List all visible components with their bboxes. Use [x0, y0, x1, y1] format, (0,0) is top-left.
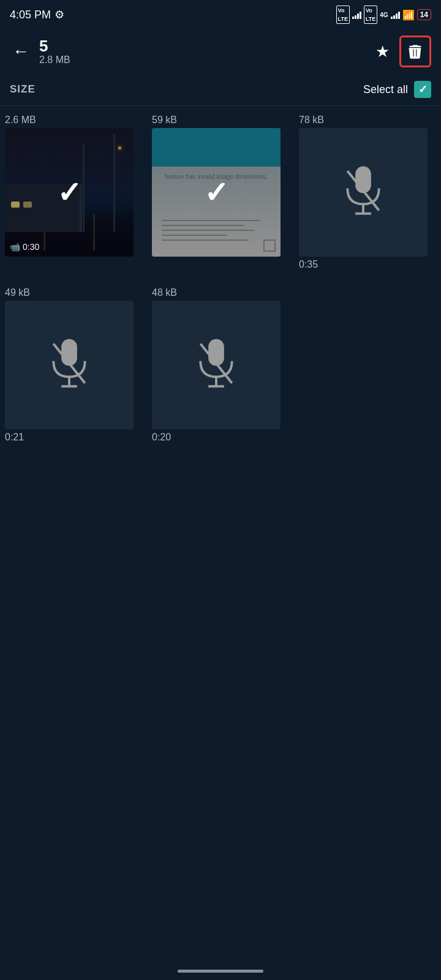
media-item-1[interactable]: 2.6 MB ✓: [0, 111, 147, 274]
size-sort-label[interactable]: SIZE: [10, 83, 36, 96]
lte-badge: 4G: [380, 12, 388, 18]
media-item-5[interactable]: 48 kB 0:20: [147, 284, 294, 447]
wifi-icon: 📶: [402, 9, 415, 21]
time-label: 4:05 PM: [10, 9, 51, 21]
item-3-thumb: [299, 128, 428, 257]
total-size: 2.8 MB: [39, 55, 368, 66]
signal-bars-1: [352, 10, 361, 19]
favorite-button[interactable]: ★: [375, 42, 390, 61]
media-grid-row2: 49 kB 0:21 48 kB 0:20: [0, 279, 441, 451]
selection-count: 5: [39, 37, 368, 55]
item-3-size: 78 kB: [299, 115, 324, 126]
volte-badge-2: VoLTE: [364, 6, 377, 24]
microphone-icon-1: [339, 165, 388, 220]
select-all-row: Select all ✓: [363, 81, 431, 98]
item-1-checkmark: ✓: [57, 175, 81, 209]
media-item-2[interactable]: 59 kB feature has invalid image dimensio…: [147, 111, 294, 274]
item-2-checkmark: ✓: [204, 175, 228, 209]
item-5-size: 48 kB: [152, 287, 177, 298]
back-button[interactable]: ←: [10, 39, 32, 64]
media-item-3[interactable]: 78 kB 0:35: [294, 111, 441, 274]
filter-bar: SIZE Select all ✓: [0, 74, 441, 106]
item-1-video-badge: 📹 0:30: [10, 242, 39, 252]
media-item-4[interactable]: 49 kB 0:21: [0, 284, 147, 447]
microphone-icon-2: [45, 337, 94, 393]
battery-indicator: 14: [417, 9, 431, 20]
item-4-thumb: [5, 301, 134, 429]
media-grid-row1: 2.6 MB ✓: [0, 106, 441, 279]
trash-icon: [407, 43, 424, 60]
item-1-selected-overlay: ✓: [5, 128, 134, 257]
select-all-label: Select all: [363, 83, 408, 96]
toolbar-info: 5 2.8 MB: [39, 37, 368, 66]
item-1-thumb: ✓ 📹 0:30: [5, 128, 134, 257]
item-3-duration: 0:35: [299, 259, 318, 270]
item-2-size: 59 kB: [152, 115, 177, 126]
microphone-icon-3: [192, 337, 241, 393]
select-all-checkbox[interactable]: ✓: [414, 81, 431, 98]
item-1-duration: 0:30: [23, 242, 39, 252]
item-2-thumb: feature has invalid image dimensions. ✓: [152, 128, 281, 257]
signal-bars-2: [391, 10, 400, 19]
item-4-size: 49 kB: [5, 287, 30, 298]
item-4-duration: 0:21: [5, 432, 24, 443]
empty-cell: [294, 284, 441, 447]
status-time: 4:05 PM ⚙: [10, 8, 64, 21]
toolbar-actions: ★: [375, 36, 431, 67]
home-indicator: [178, 970, 263, 973]
item-5-duration: 0:20: [152, 432, 171, 443]
status-bar: 4:05 PM ⚙ VoLTE VoLTE 4G 📶 14: [0, 0, 441, 29]
item-1-size: 2.6 MB: [5, 115, 36, 126]
status-icons: VoLTE VoLTE 4G 📶 14: [336, 6, 431, 24]
item-2-selected-overlay: ✓: [152, 128, 281, 257]
toolbar: ← 5 2.8 MB ★: [0, 29, 441, 74]
battery-level: 14: [420, 10, 428, 19]
checkmark-icon: ✓: [418, 83, 428, 96]
item-5-thumb: [152, 301, 281, 429]
settings-icon: ⚙: [55, 8, 64, 21]
video-camera-icon: 📹: [10, 242, 20, 252]
delete-button[interactable]: [399, 36, 431, 67]
volte-badge-1: VoLTE: [336, 6, 350, 24]
